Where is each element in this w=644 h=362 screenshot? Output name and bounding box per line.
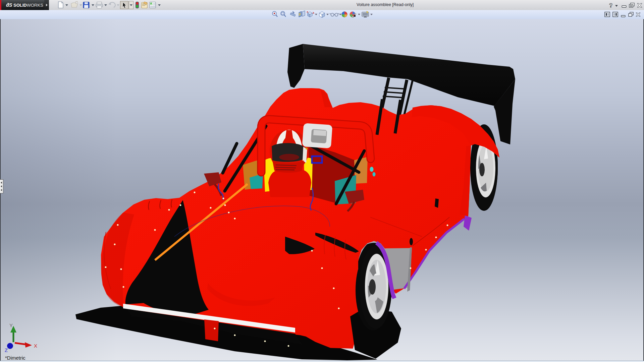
svg-text:Z: Z bbox=[5, 347, 8, 353]
svg-text:*Dimetric: *Dimetric bbox=[5, 355, 25, 361]
svg-text:Y: Y bbox=[9, 322, 13, 328]
svg-text:X: X bbox=[34, 343, 37, 349]
